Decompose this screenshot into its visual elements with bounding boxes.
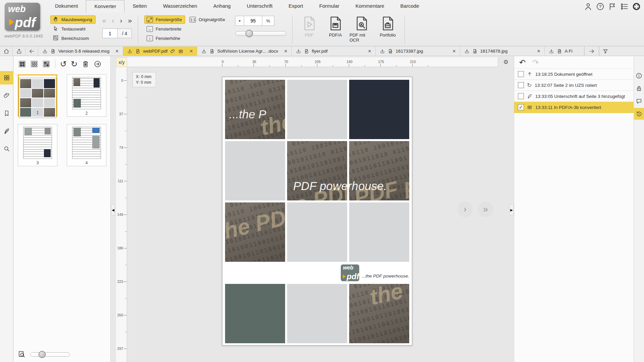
menu-anhang[interactable]: Anhang [205, 0, 239, 12]
menu-unterschrift[interactable]: Unterschrift [239, 0, 281, 12]
fensterhoehe-button[interactable]: ↕ Fensterhöhe [144, 34, 185, 43]
sidebar-attachments-tool[interactable] [0, 89, 13, 102]
svg-text:?: ? [599, 4, 602, 9]
user-icon[interactable] [584, 2, 592, 12]
collapse-left-panel-button[interactable]: ◀ [111, 204, 115, 216]
history-item-converted[interactable]: ✓ 13:33:11 In PDF/A-3b konvertiert [514, 102, 634, 113]
history-checkbox[interactable] [518, 93, 524, 99]
zoom-slider-thumb[interactable] [246, 30, 253, 37]
thumbnail-size-slider-thumb[interactable] [39, 351, 46, 358]
tab-16174878-jpg[interactable]: 16174878.jpg × [460, 47, 545, 56]
last-page-overlay-button[interactable]: » [478, 201, 493, 217]
last-page-button[interactable]: » [128, 16, 132, 24]
page-thumbnail-4[interactable]: 4 [67, 124, 106, 166]
help-icon[interactable]: ? [596, 2, 604, 12]
pdf-page[interactable]: 01101001011010010110100101101001 1001011… [222, 77, 412, 346]
history-checkbox[interactable] [518, 71, 524, 77]
expand-right-panel-button[interactable]: ▶ [509, 204, 514, 216]
close-tab-icon[interactable]: × [284, 48, 287, 54]
zoom-value-input[interactable] [244, 16, 262, 26]
redo-button[interactable]: ↷ [532, 58, 539, 67]
history-checkbox-checked[interactable]: ✓ [518, 104, 524, 110]
page-thumbnail-1[interactable]: 1 [18, 74, 57, 117]
mausbewegung-button[interactable]: Mausbewegung [50, 15, 96, 24]
close-tab-icon[interactable]: × [537, 48, 540, 54]
menu-barcode[interactable]: Barcode [392, 0, 427, 12]
tab-softvision-docx[interactable]: SoftVision License Agr... .docx × [197, 47, 292, 56]
textauswahl-button[interactable]: Textauswahl [50, 25, 96, 33]
open-upload-button[interactable] [13, 47, 25, 56]
invert-selection-icon[interactable] [42, 60, 50, 68]
prev-page-button[interactable]: ‹ [112, 16, 114, 24]
convert-portfolio-button[interactable]: Portfolio [376, 15, 400, 43]
convert-pdfa-button[interactable]: PDF/A [323, 15, 347, 43]
tab-webpdf-pdf[interactable]: webPDF.pdf × [123, 47, 197, 56]
bereichszoom-button[interactable]: Bereichszoom [50, 34, 96, 43]
rotate-ccw-button[interactable]: ↺ [60, 59, 67, 69]
next-page-overlay-button[interactable]: › [457, 201, 473, 217]
undo-button[interactable]: ↶ [519, 58, 526, 67]
history-checkbox[interactable] [518, 82, 524, 88]
download-icon [464, 49, 470, 54]
page-thumbnail-2[interactable]: 2 [67, 74, 106, 117]
security-tool[interactable] [634, 82, 644, 94]
page-tile-binary: 01101001011010010110100101101001 1001011… [349, 284, 409, 343]
home-button[interactable] [0, 47, 13, 56]
close-tab-icon[interactable]: × [190, 48, 193, 54]
menu-kommentare[interactable]: Kommentare [347, 0, 392, 12]
menu-seiten[interactable]: Seiten [124, 0, 155, 12]
page-number-input[interactable] [102, 28, 118, 38]
tab-version-msg[interactable]: Version 5.6 released.msg × [38, 47, 123, 56]
quill-icon [527, 94, 532, 99]
delete-page-icon[interactable] [82, 60, 90, 68]
menu-konverter[interactable]: Konverter [86, 0, 124, 12]
menu-dokument[interactable]: Dokument [47, 0, 86, 12]
tab-flyer-pdf[interactable]: flyer.pdf × [292, 47, 376, 56]
menu-export[interactable]: Export [280, 0, 311, 12]
tab-truncated[interactable]: A Fi [545, 47, 584, 56]
canvas-settings-button[interactable]: ⚙ [498, 57, 514, 67]
zoom-slider[interactable] [235, 31, 286, 36]
history-item-opened[interactable]: 13:18:25 Dokument geöffnet [514, 69, 634, 80]
document-canvas[interactable]: x/y 0 35 70 105 140 175 210 ⚙ 0 37 74 11… [111, 56, 514, 362]
sidebar-search-tool[interactable] [0, 142, 13, 156]
info-tool[interactable] [634, 70, 644, 81]
history-item-rotated[interactable]: ↻ 13:32:07 Seite 2 im UZS rotiert [514, 80, 634, 91]
tab-filter-button[interactable] [599, 47, 612, 56]
fensterbreite-button[interactable]: ↔ Fensterbreite [144, 25, 185, 33]
support-icon[interactable] [632, 2, 641, 12]
close-tab-icon[interactable]: × [368, 48, 371, 54]
back-button[interactable] [25, 47, 38, 56]
extract-page-icon[interactable] [94, 60, 102, 68]
next-page-button[interactable]: › [120, 16, 122, 24]
ruler-units-toggle[interactable]: x/y [116, 57, 127, 67]
flag-icon[interactable] [608, 2, 616, 12]
menu-wasserzeichen[interactable]: Wasserzeichen [155, 0, 205, 12]
comments-tool[interactable] [634, 95, 644, 107]
tab-scroll-right-button[interactable] [584, 47, 599, 56]
close-tab-icon[interactable]: × [115, 48, 118, 54]
sidebar-thumbnails-tool[interactable] [0, 71, 13, 84]
close-tab-icon[interactable]: × [452, 48, 455, 54]
sidebar-signature-tool[interactable] [0, 124, 13, 138]
zoom-dropdown-button[interactable]: ▾ [235, 16, 244, 26]
attachment-icon [170, 49, 175, 54]
menu-formular[interactable]: Formular [311, 0, 347, 12]
fenstergroesse-button[interactable]: Fenstergröße [144, 15, 185, 24]
tab-16173387-jpg[interactable]: 16173387.jpg × [376, 47, 460, 56]
history-tool[interactable] [634, 108, 644, 120]
originalgroesse-button[interactable]: 1:1 Originalgröße [187, 15, 228, 24]
zoom-unit-button[interactable]: % [262, 16, 274, 26]
convert-ocr-button[interactable]: PDF mit OCR [350, 15, 374, 43]
list-icon[interactable] [620, 2, 629, 12]
sidebar-bookmarks-tool[interactable] [0, 107, 13, 120]
deselect-all-icon[interactable] [30, 60, 38, 68]
history-item-signature[interactable]: 13:33:05 Unterschrift auf Seite 3 hinzug… [514, 91, 634, 102]
logo-web-text: web [8, 4, 26, 14]
first-page-button[interactable]: « [102, 16, 106, 24]
thumbnail-size-slider[interactable] [30, 352, 70, 357]
ruler-tick-label: 186 [117, 246, 123, 250]
select-all-icon[interactable] [18, 60, 26, 68]
rotate-cw-button[interactable]: ↻ [71, 59, 77, 69]
page-thumbnail-3[interactable]: 3 [18, 124, 57, 166]
